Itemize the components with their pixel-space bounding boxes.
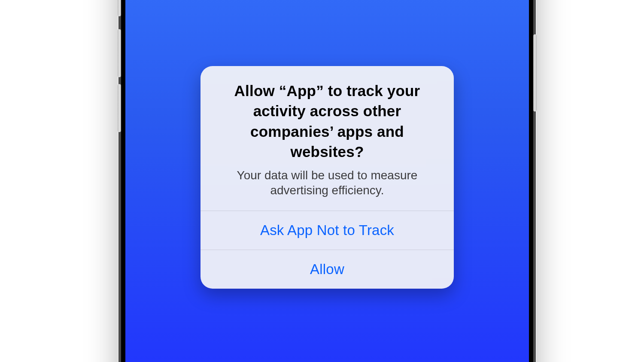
phone-device-frame: Allow “App” to track your activity acros… [121, 0, 533, 362]
alert-title: Allow “App” to track your activity acros… [218, 81, 437, 162]
alert-message: Your data will be used to measure advert… [218, 168, 437, 198]
ask-not-to-track-button[interactable]: Ask App Not to Track [200, 211, 454, 250]
tracking-permission-alert: Allow “App” to track your activity acros… [200, 66, 454, 289]
canvas: Allow “App” to track your activity acros… [0, 0, 644, 362]
allow-button[interactable]: Allow [200, 250, 454, 289]
mute-switch[interactable] [118, 0, 121, 16]
volume-up-button[interactable] [118, 29, 121, 77]
alert-body: Allow “App” to track your activity acros… [200, 66, 454, 211]
volume-down-button[interactable] [118, 84, 121, 132]
phone-screen: Allow “App” to track your activity acros… [125, 0, 529, 362]
side-power-button[interactable] [533, 34, 537, 112]
